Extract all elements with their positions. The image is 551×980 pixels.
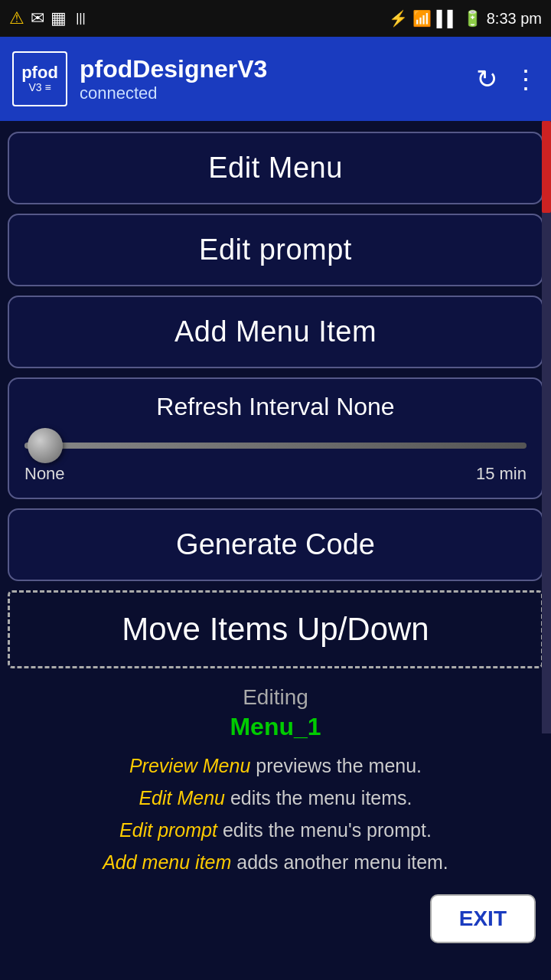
status-right-icons: ⚡ 📶 ▌▌ 🔋 8:33 pm xyxy=(389,9,542,28)
info-line-4: Add menu item adds another menu item. xyxy=(15,847,536,877)
app-subtitle: connected xyxy=(80,83,476,103)
slider-label: Refresh Interval None xyxy=(24,393,527,421)
status-bar: ⚠ ✉ ▦ ⫼ ⚡ 📶 ▌▌ 🔋 8:33 pm xyxy=(0,0,551,37)
slider-thumb[interactable] xyxy=(28,428,63,463)
bluetooth-icon: ⚡ xyxy=(389,9,408,28)
slider-max-label: 15 min xyxy=(476,464,527,484)
mail-icon: ✉ xyxy=(31,8,44,28)
generate-code-button[interactable]: Generate Code xyxy=(8,508,543,581)
wifi-icon: 📶 xyxy=(412,9,432,28)
info-line-2: Edit Menu edits the menu items. xyxy=(15,782,536,813)
exit-button[interactable]: EXIT xyxy=(430,894,536,943)
app-icon: ▦ xyxy=(51,8,67,28)
scrollbar-thumb[interactable] xyxy=(542,121,551,213)
info-yellow-2: Edit Menu xyxy=(139,787,225,808)
info-section: Editing Menu_1 Preview Menu previews the… xyxy=(8,673,543,887)
slider-track xyxy=(24,443,527,449)
more-options-icon[interactable]: ⋮ xyxy=(513,64,539,94)
refresh-icon[interactable]: ↻ xyxy=(476,64,497,94)
exit-btn-container: EXIT xyxy=(8,887,543,959)
add-menu-item-button[interactable]: Add Menu Item xyxy=(8,296,543,368)
info-rest-3: edits the menu's prompt. xyxy=(223,819,432,841)
app-bar-actions[interactable]: ↻ ⋮ xyxy=(476,64,539,94)
logo-top-text: pfod xyxy=(21,64,58,81)
barcode-icon: ⫼ xyxy=(73,8,90,28)
slider-min-label: None xyxy=(24,464,65,484)
menu-name: Menu_1 xyxy=(15,713,536,741)
info-rest-2: edits the menu items. xyxy=(230,787,412,808)
info-yellow-4: Add menu item xyxy=(103,851,231,873)
info-yellow-3: Edit prompt xyxy=(119,819,217,841)
info-yellow-1: Preview Menu xyxy=(129,755,250,776)
info-rest-4: adds another menu item. xyxy=(236,851,448,873)
edit-prompt-button[interactable]: Edit prompt xyxy=(8,214,543,286)
signal-icon: ▌▌ xyxy=(436,10,458,28)
time-display: 8:33 pm xyxy=(487,10,542,28)
app-title: pfodDesignerV3 xyxy=(80,55,476,83)
slider-track-container[interactable] xyxy=(24,432,527,459)
info-rest-1: previews the menu. xyxy=(256,755,422,776)
app-logo: pfod V3 ≡ xyxy=(12,51,67,106)
editing-label: Editing xyxy=(15,685,536,710)
battery-icon: 🔋 xyxy=(463,9,482,28)
scrollbar-track[interactable] xyxy=(542,121,551,733)
status-left-icons: ⚠ ✉ ▦ ⫼ xyxy=(9,8,90,28)
main-content: Edit Menu Edit prompt Add Menu Item Refr… xyxy=(0,121,551,965)
warning-icon: ⚠ xyxy=(9,8,24,28)
app-bar: pfod V3 ≡ pfodDesignerV3 connected ↻ ⋮ xyxy=(0,37,551,121)
edit-menu-button[interactable]: Edit Menu xyxy=(8,132,543,204)
refresh-interval-section: Refresh Interval None None 15 min xyxy=(8,377,543,499)
info-line-3: Edit prompt edits the menu's prompt. xyxy=(15,815,536,845)
info-line-1: Preview Menu previews the menu. xyxy=(15,750,536,781)
app-title-group: pfodDesignerV3 connected xyxy=(80,55,476,103)
move-items-button[interactable]: Move Items Up/Down xyxy=(8,590,543,668)
logo-bottom-text: V3 ≡ xyxy=(28,81,51,93)
slider-range-labels: None 15 min xyxy=(24,464,527,484)
